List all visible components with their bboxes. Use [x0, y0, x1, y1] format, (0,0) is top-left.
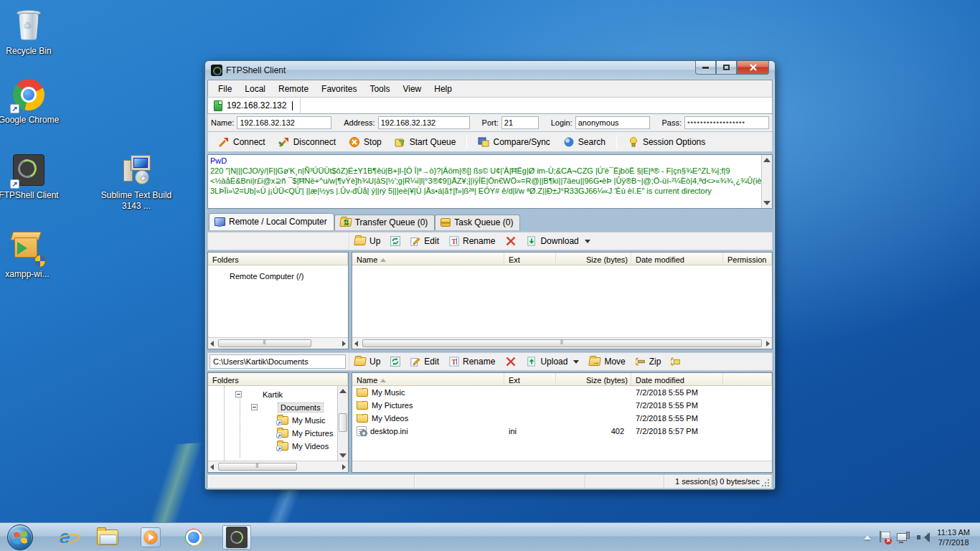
local-tree-hscrollbar[interactable] [208, 461, 348, 472]
refresh-icon [390, 236, 400, 246]
sort-asc-icon [380, 255, 386, 262]
remote-files-hscrollbar[interactable] [352, 337, 772, 349]
local-col-size[interactable]: Size (bytes) [556, 373, 631, 385]
action-center-flag-icon[interactable]: ✕ [878, 531, 890, 544]
minimize-button[interactable] [695, 61, 716, 75]
login-field[interactable]: anonymous [575, 116, 650, 129]
collapse-icon[interactable] [251, 404, 258, 410]
start-queue-button[interactable]: Start Queue [389, 133, 462, 151]
tree-node-documents[interactable]: Documents [251, 401, 323, 413]
local-upload-button[interactable]: Upload [522, 354, 584, 369]
desktop-icon-recycle-bin[interactable]: ♲ Recycle Bin [0, 9, 66, 57]
local-file-list[interactable]: My Music 7/2/2018 5:55 PM My Pictures 7/… [352, 386, 772, 461]
file-row-my-videos[interactable]: My Videos 7/2/2018 5:55 PM [352, 412, 772, 425]
show-hidden-icons-button[interactable] [864, 532, 871, 540]
tree-node-kartik[interactable]: Kartik [235, 388, 283, 400]
local-move-button[interactable]: → Move [584, 354, 630, 369]
local-unzip-button[interactable] [666, 354, 686, 369]
window-titlebar[interactable]: FTPShell Client [205, 61, 775, 80]
compare-sync-button[interactable]: Compare/Sync [472, 133, 555, 151]
menu-tools[interactable]: Tools [364, 82, 395, 96]
menu-file[interactable]: File [212, 82, 237, 96]
menu-favorites[interactable]: Favorites [316, 82, 362, 96]
menu-remote[interactable]: Remote [273, 82, 314, 96]
connect-button[interactable]: Connect [212, 133, 271, 151]
remote-edit-button[interactable]: Edit [405, 234, 444, 248]
tab-transfer-queue[interactable]: ⇅ Transfer Queue (0) [334, 215, 435, 230]
network-icon[interactable] [897, 532, 910, 543]
remote-col-size[interactable]: Size (bytes) [556, 253, 631, 265]
password-field[interactable]: ****************** [684, 116, 769, 129]
disconnect-button[interactable]: Disconnect [273, 133, 341, 151]
remote-download-button[interactable]: Download [522, 234, 595, 248]
local-zip-button[interactable]: Zip [631, 354, 666, 369]
local-edit-button[interactable]: Edit [405, 354, 444, 369]
tab-remote-local-computer[interactable]: Remote / Local Computer [209, 213, 334, 230]
file-row-my-pictures[interactable]: My Pictures 7/2/2018 5:55 PM [352, 399, 772, 412]
remote-col-name[interactable]: Name [352, 253, 504, 265]
desktop-icon-ftpshell-client[interactable]: ↗ FTPShell Client [0, 153, 66, 201]
dropdown-caret-icon [573, 360, 579, 367]
local-col-name[interactable]: Name [352, 373, 504, 385]
local-col-ext[interactable]: Ext [504, 373, 556, 385]
session-options-button[interactable]: Session Options [622, 133, 711, 151]
collapse-icon[interactable] [235, 391, 242, 397]
taskbar-windows-explorer[interactable] [93, 525, 122, 550]
remote-refresh-button[interactable] [385, 234, 405, 248]
menu-local[interactable]: Local [239, 82, 271, 96]
file-row-my-music[interactable]: My Music 7/2/2018 5:55 PM [352, 386, 772, 399]
remote-col-permission[interactable]: Permission [723, 253, 772, 265]
maximize-button[interactable] [716, 61, 737, 75]
local-folder-tree[interactable]: Kartik Documents ↗ My Music ↗ My Picture… [208, 386, 348, 461]
menu-help[interactable]: Help [428, 82, 458, 96]
scroll-up-icon [339, 389, 347, 393]
local-col-date[interactable]: Date modified [631, 373, 723, 385]
local-delete-button[interactable] [500, 354, 522, 369]
stop-button[interactable]: Stop [343, 133, 387, 151]
remote-delete-button[interactable] [500, 233, 522, 249]
remote-file-list[interactable] [352, 265, 772, 337]
log-scrollbar[interactable] [761, 155, 772, 208]
local-path-field[interactable]: C:\Users\Kartik\Documents [209, 354, 346, 369]
taskbar-ftpshell-active[interactable] [222, 525, 251, 550]
desktop-icon-sublime-installer[interactable]: Sublime Text Build 3143 ... [99, 153, 174, 212]
desktop-icon-google-chrome[interactable]: ↗ Google Chrome [0, 77, 66, 126]
name-field[interactable]: 192.168.32.132 [237, 116, 331, 129]
session-tab[interactable]: 192.168.32.132 [208, 98, 301, 113]
remote-folders-header[interactable]: Folders [208, 253, 348, 265]
remote-up-button[interactable]: Up [349, 234, 385, 248]
tree-node-my-pictures[interactable]: ↗ My Pictures [277, 427, 333, 439]
tree-node-my-videos[interactable]: ↗ My Videos [277, 440, 329, 452]
address-field[interactable]: 192.168.32.132 [378, 116, 470, 129]
close-button[interactable] [737, 61, 769, 75]
file-row-desktop-ini[interactable]: desktop.ini ini 402 7/2/2018 5:57 PM [352, 425, 772, 438]
taskbar-media-player[interactable] [136, 525, 165, 550]
local-folders-header[interactable]: Folders [208, 373, 348, 385]
local-tree-vscrollbar[interactable] [337, 386, 348, 461]
delete-x-icon [505, 356, 517, 367]
remote-folders-hscrollbar[interactable] [208, 337, 348, 349]
port-field[interactable]: 21 [501, 116, 539, 129]
tree-node-my-music[interactable]: ↗ My Music [277, 414, 325, 426]
remote-col-ext[interactable]: Ext [504, 253, 556, 265]
start-button[interactable] [7, 524, 33, 550]
taskbar-clock[interactable]: 11:13 AM 7/7/2018 [937, 527, 973, 547]
remote-col-date[interactable]: Date modified [631, 253, 723, 265]
taskbar-chrome[interactable] [179, 525, 208, 550]
session-log[interactable]: PwD 220 "|N|||CJO/ý/|F||Gø'K¸n|Ñ³ÚÜÙt$ôZ… [207, 154, 773, 209]
local-files-hscrollbar[interactable] [352, 461, 772, 472]
taskbar-internet-explorer[interactable]: e [50, 525, 79, 550]
remote-folder-tree[interactable]: Remote Computer (/) [208, 265, 348, 337]
volume-icon[interactable] [917, 532, 930, 543]
remote-root-node[interactable]: Remote Computer (/) [230, 270, 303, 282]
search-button[interactable]: Search [557, 133, 611, 151]
local-refresh-button[interactable] [385, 354, 405, 369]
tab-task-queue[interactable]: Task Queue (0) [435, 215, 520, 230]
local-col-extra[interactable] [723, 373, 772, 385]
local-up-button[interactable]: Up [349, 354, 385, 369]
remote-rename-button[interactable]: T Rename [444, 234, 500, 248]
desktop-icon-xampp[interactable]: xampp-wi... [0, 232, 65, 280]
resize-grip[interactable] [762, 479, 770, 486]
menu-view[interactable]: View [397, 82, 427, 96]
local-rename-button[interactable]: T Rename [444, 354, 500, 369]
